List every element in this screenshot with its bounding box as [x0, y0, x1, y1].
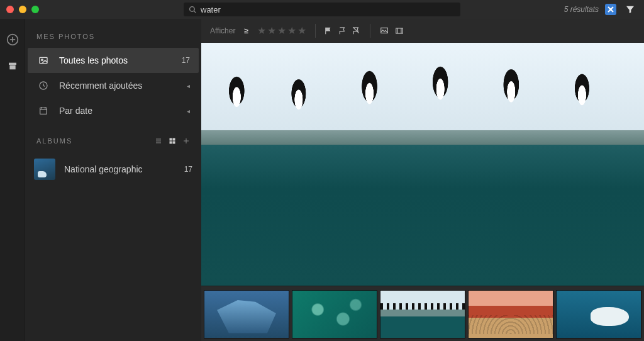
clear-search-button[interactable]: [605, 4, 616, 15]
photos-icon: [36, 55, 50, 65]
thumbnail[interactable]: [556, 290, 641, 338]
sidebar-item-label: Par date: [59, 106, 92, 116]
image-icon: [379, 26, 389, 35]
section-header-albums: ALBUMS: [25, 123, 201, 152]
media-videos-button[interactable]: [394, 26, 404, 35]
album-count: 17: [184, 165, 192, 174]
flag-unflagged-button[interactable]: [338, 26, 347, 35]
clock-icon: [36, 81, 50, 91]
left-rail: [0, 19, 25, 341]
calendar-icon: [36, 106, 50, 116]
star-icon: ★: [277, 25, 286, 36]
album-label: National geographic: [64, 164, 143, 174]
svg-rect-19: [170, 138, 172, 141]
chevron-left-icon: ◂: [187, 82, 190, 89]
rating-filter[interactable]: ★ ★ ★ ★ ★: [257, 25, 306, 36]
flag-reject-button[interactable]: [352, 26, 361, 35]
selected-photo: [201, 43, 644, 286]
show-label: Afficher: [210, 26, 235, 35]
chevron-left-icon: ◂: [187, 108, 190, 115]
maximize-window-button[interactable]: [31, 6, 39, 13]
media-photos-button[interactable]: [379, 26, 389, 35]
main-panel: Afficher ≥ ★ ★ ★ ★ ★: [201, 19, 644, 341]
plus-icon: [182, 137, 190, 145]
window-controls: [6, 6, 39, 13]
search-icon: [189, 6, 201, 14]
funnel-icon: [625, 4, 635, 14]
star-icon: ★: [257, 25, 266, 36]
thumbnail[interactable]: [204, 290, 289, 338]
album-item[interactable]: National geographic 17: [25, 152, 201, 186]
svg-rect-20: [173, 138, 175, 141]
svg-rect-27: [396, 28, 403, 33]
sidebar-item-label: Toutes les photos: [59, 55, 128, 65]
svg-rect-22: [173, 142, 175, 144]
svg-point-10: [42, 59, 43, 61]
album-view-grid-button[interactable]: [169, 137, 176, 145]
svg-point-0: [190, 6, 195, 11]
filter-button[interactable]: [623, 3, 638, 16]
search-input[interactable]: [201, 5, 455, 14]
view-toolbar: Afficher ≥ ★ ★ ★ ★ ★: [201, 19, 644, 43]
album-add-button[interactable]: [182, 137, 190, 145]
svg-rect-12: [40, 108, 47, 114]
minimize-window-button[interactable]: [19, 6, 26, 13]
flag-pick-button[interactable]: [325, 26, 333, 35]
search-results-count: 5 résultats: [564, 5, 599, 14]
close-window-button[interactable]: [6, 6, 14, 13]
sidebar-item-recent[interactable]: Récemment ajoutées ◂: [28, 73, 199, 98]
thumbnail[interactable]: [468, 290, 553, 338]
list-icon: [155, 137, 162, 145]
flag-neutral-icon: [338, 26, 347, 35]
section-header-label: ALBUMS: [36, 137, 72, 145]
filmstrip: [201, 286, 644, 341]
close-icon: [608, 6, 614, 13]
star-icon: ★: [287, 25, 296, 36]
rating-gte-toggle[interactable]: ≥: [244, 26, 248, 35]
album-thumbnail: [34, 159, 55, 180]
toolbar-separator: [370, 24, 370, 38]
thumbnail[interactable]: [380, 290, 465, 338]
star-icon: ★: [297, 25, 306, 36]
toolbar-separator: [315, 24, 316, 38]
section-header-photos: MES PHOTOS: [25, 19, 201, 48]
archive-icon: [8, 61, 18, 71]
grid-icon: [169, 137, 176, 145]
flag-reject-icon: [352, 26, 361, 35]
sidebar-item-label: Récemment ajoutées: [59, 81, 142, 91]
video-icon: [394, 26, 404, 35]
titlebar: 5 résultats: [0, 0, 644, 19]
sidebar-item-all-photos[interactable]: Toutes les photos 17: [28, 48, 199, 73]
main-photo-viewer[interactable]: [201, 43, 644, 286]
thumbnail[interactable]: [292, 290, 377, 338]
svg-rect-8: [9, 65, 15, 70]
svg-line-1: [194, 11, 196, 13]
star-icon: ★: [267, 25, 276, 36]
sidebar-item-by-date[interactable]: Par date ◂: [28, 98, 199, 123]
svg-rect-7: [9, 63, 16, 65]
sidebar: MES PHOTOS Toutes les photos 17 Récemmen…: [25, 19, 201, 341]
album-view-list-button[interactable]: [155, 137, 162, 145]
plus-circle-icon: [6, 33, 19, 46]
svg-rect-21: [170, 142, 172, 144]
sidebar-item-count: 17: [182, 56, 190, 65]
search-field[interactable]: [184, 3, 460, 16]
flag-pick-icon: [325, 26, 333, 35]
archive-button[interactable]: [6, 59, 19, 73]
add-button[interactable]: [6, 33, 19, 47]
